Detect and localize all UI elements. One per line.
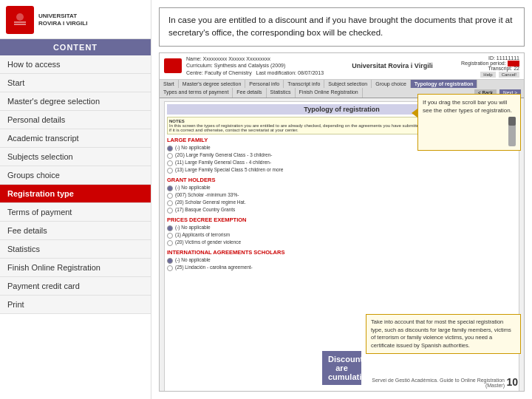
sidebar-item-groups-choice[interactable]: Groups choice <box>0 166 151 185</box>
radio-large-2[interactable] <box>167 160 173 166</box>
grant-item-2[interactable]: (20) Scholar General regime Hat. <box>167 200 516 206</box>
large-family-item-2[interactable]: (11) Large Family General Class - 4 chil… <box>167 160 516 166</box>
info-box: In case you are entitled to a discount a… <box>159 7 525 47</box>
sidebar-item-academic-transcript[interactable]: Academic transcript <box>0 129 151 148</box>
screenshot-area: Name: Xxxxxxxxx Xxxxxx Xxxxxxxxx Curricu… <box>159 52 525 392</box>
radio-intl-1[interactable] <box>167 265 173 271</box>
university-logo <box>6 6 34 34</box>
radio-grant-1[interactable] <box>167 193 173 199</box>
nav-tab-subject[interactable]: Subject selection <box>324 80 372 88</box>
nav-tab-finish[interactable]: Finish Online Registration <box>296 88 363 98</box>
info-box-text: In case you are entitled to a discount a… <box>168 16 512 37</box>
urv-student-info: Name: Xxxxxxxxx Xxxxxx Xxxxxxxxx Curricu… <box>186 55 324 75</box>
sidebar-item-start[interactable]: Start <box>0 74 151 92</box>
prices-item-0[interactable]: (-) No applicable <box>167 225 516 231</box>
sidebar-item-print[interactable]: Print <box>0 296 151 314</box>
svg-rect-1 <box>14 21 26 23</box>
nav-tab-masters[interactable]: Master's degree selection <box>179 80 246 88</box>
grant-item-3[interactable]: (17) Basque Country Grants <box>167 207 516 214</box>
cancel-button[interactable]: Cancel! <box>499 72 519 78</box>
radio-grant-3[interactable] <box>167 208 173 214</box>
tooltip-scroll-arrow <box>412 109 417 117</box>
radio-intl-0[interactable] <box>167 258 173 264</box>
sidebar-item-payment-credit[interactable]: Payment credit card <box>0 277 151 296</box>
sidebar-item-statistics[interactable]: Statistics <box>0 240 151 259</box>
nav-tab-stats[interactable]: Statistics <box>267 88 296 98</box>
prices-item-1[interactable]: (1) Applicants of terrorism <box>167 232 516 239</box>
grant-item-1[interactable]: (007) Scholar -minimum 33%- <box>167 192 516 199</box>
urv-university-title: Universitat Rovira i Virgili <box>324 62 461 69</box>
sidebar-logo: UNIVERSITAT ROVIRA I VIRGILI <box>0 0 151 39</box>
international-item-0[interactable]: (-) No applicable <box>167 257 516 264</box>
grant-item-0[interactable]: (-) No applicable <box>167 185 516 191</box>
nav-tab-transcript[interactable]: Transcript info <box>284 80 324 88</box>
page-credit: Servei de Gestió Acadèmica. Guide to Onl… <box>357 378 505 388</box>
radio-grant-2[interactable] <box>167 200 173 206</box>
sidebar: UNIVERSITAT ROVIRA I VIRGILI CONTENT How… <box>0 0 151 399</box>
university-name: UNIVERSITAT ROVIRA I VIRGILI <box>38 13 87 27</box>
urv-logo-small <box>164 58 182 73</box>
prices-item-2[interactable]: (20) Victims of gender violence <box>167 239 516 246</box>
sidebar-item-finish-online[interactable]: Finish Online Registration <box>0 259 151 277</box>
radio-grant-0[interactable] <box>167 185 173 191</box>
radio-large-3[interactable] <box>167 168 173 174</box>
nav-tab-start[interactable]: Start <box>160 80 179 88</box>
grant-holders-title: GRANT HOLDERS <box>167 177 516 183</box>
sidebar-item-subjects-selection[interactable]: Subjects selection <box>0 148 151 166</box>
radio-large-1[interactable] <box>167 153 173 159</box>
svg-point-0 <box>16 13 24 21</box>
sidebar-item-registration-type[interactable]: Registration type <box>0 185 151 203</box>
nav-tab-fee[interactable]: Fee details <box>233 88 266 98</box>
svg-rect-2 <box>14 24 26 25</box>
discounts-banner: Discounts are cumulative <box>322 351 361 385</box>
large-family-item-3[interactable]: (13) Large Family Special Class 5 childr… <box>167 167 516 174</box>
sidebar-title: CONTENT <box>0 39 151 55</box>
radio-large-0[interactable] <box>167 146 173 151</box>
urv-reg-info: ID: 11111111 Registration period: Transc… <box>461 55 519 77</box>
sidebar-item-terms-payment[interactable]: Terms of payment <box>0 203 151 222</box>
radio-prices-1[interactable] <box>167 233 173 239</box>
sidebar-item-fee-details[interactable]: Fee details <box>0 222 151 240</box>
prices-decree-title: PRICES DECREE EXEMPTION <box>167 216 516 223</box>
international-title: INTERNATIONAL AGREEMENTS SCHOLARS <box>167 249 516 256</box>
tooltip-scroll: If you drag the scroll bar you will see … <box>417 94 521 151</box>
nav-tab-types-terms[interactable]: Types and terms of payment <box>160 88 233 98</box>
nav-tab-group[interactable]: Group choice <box>372 80 411 88</box>
main-content: In case you are entitled to a discount a… <box>151 0 532 399</box>
urv-header: Name: Xxxxxxxxx Xxxxxx Xxxxxxxxx Curricu… <box>160 53 524 80</box>
international-item-1[interactable]: (25) Lindación - carolina agreement- <box>167 265 516 271</box>
sidebar-item-personal-details[interactable]: Personal details <box>0 111 151 129</box>
sidebar-item-how-to-access[interactable]: How to access <box>0 55 151 74</box>
tooltip-take: Take into account that for most the spec… <box>366 314 521 354</box>
help-button[interactable]: Help <box>480 72 495 78</box>
nav-tab-personal[interactable]: Personal info <box>245 80 284 88</box>
fake-screenshot: Name: Xxxxxxxxx Xxxxxx Xxxxxxxxx Curricu… <box>160 53 524 392</box>
radio-prices-0[interactable] <box>167 225 173 231</box>
sidebar-item-masters-degree[interactable]: Master's degree selection <box>0 92 151 111</box>
radio-prices-2[interactable] <box>167 240 173 246</box>
large-family-item-1[interactable]: (2G) Large Family General Class - 3 chil… <box>167 152 516 159</box>
nav-tab-typology[interactable]: Typology of registration <box>411 80 478 88</box>
page-number: 10 <box>506 376 518 388</box>
